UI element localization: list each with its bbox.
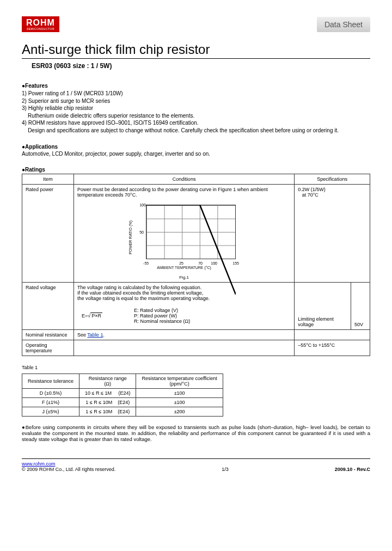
x-tick: 25 — [179, 261, 183, 265]
footer-url[interactable]: www.rohm.com — [22, 461, 56, 467]
table1-header: Resistance temperature coefficient (ppm/… — [136, 374, 223, 389]
table1-link[interactable]: Table 1 — [87, 332, 103, 338]
feature-item: 3) Highly reliable chip resistor — [22, 105, 370, 112]
y-tick: 100 — [139, 203, 146, 207]
footer-copyright: © 2009 ROHM Co., Ltd. All rights reserve… — [22, 467, 115, 472]
chart-line — [146, 205, 236, 295]
cell: 10 ≤ R ≤ 1M (E24) — [79, 389, 136, 398]
x-tick: 70 — [198, 261, 203, 265]
features-list: 1) Power rating of 1 / 5W (MCR03 1/10W) … — [22, 90, 370, 134]
ratings-table: Item Conditions Specifications Rated pow… — [22, 174, 370, 356]
page-title: Anti-surge thick film chip resistor — [22, 42, 370, 57]
warning-text: Before using components in circuits wher… — [22, 424, 370, 442]
warning-body: Before using components in circuits wher… — [22, 424, 370, 442]
x-tick: -55 — [143, 261, 149, 265]
cell-spec-label: Limiting element voltage — [295, 283, 351, 330]
logo: ROHM SEMICONDUCTOR — [22, 16, 59, 32]
cell: ±100 — [136, 389, 223, 398]
ratings-heading-text: Ratings — [25, 167, 45, 173]
y-tick: 50 — [139, 230, 144, 234]
chart-xlabel: AMBIENT TEMPERATURE (°C) — [130, 266, 238, 270]
features-heading-text: Features — [25, 83, 48, 89]
derating-text: Power must be derated according to the p… — [77, 187, 291, 198]
legend-item: E: Rated voltage (V) — [134, 308, 190, 313]
header: ROHM SEMICONDUCTOR Data Sheet — [22, 16, 370, 32]
cell-spec — [295, 330, 370, 340]
table1: Resistance tolerance Resistance range (Ω… — [22, 374, 223, 417]
table-row: Operating temperature –55°C to +155°C — [22, 340, 370, 356]
cell: D (±0.5%) — [22, 389, 79, 398]
applications-heading-text: Applications — [25, 144, 58, 150]
table1-caption: Table 1 — [22, 365, 370, 370]
table-row: F (±1%) 1 ≤ R ≤ 10M (E24) ±100 — [22, 398, 223, 407]
table1-header: Resistance tolerance — [22, 374, 79, 389]
feature-item: Ruthenium oxide dielectric offers superi… — [22, 112, 370, 120]
cell-item: Rated voltage — [22, 283, 74, 330]
table1-header: Resistance range (Ω) — [79, 374, 136, 389]
cell-conditions: Power must be derated according to the p… — [74, 185, 295, 283]
ratings-col-cond: Conditions — [74, 174, 295, 185]
footer: www.rohm.com © 2009 ROHM Co., Ltd. All r… — [22, 458, 370, 472]
x-tick: 155 — [232, 261, 239, 265]
cell-conditions — [74, 340, 295, 356]
subtitle: ESR03 (0603 size : 1 / 5W) — [32, 62, 370, 70]
equation-block: E=√P×R E: Rated voltage (V) P: Rated pow… — [77, 304, 291, 327]
cell-spec: 0.2W (1/5W) at 70°C — [295, 185, 370, 283]
cell-item: Rated power — [22, 185, 74, 283]
chart-ylabel: POWER RATIO (%) — [128, 221, 132, 254]
footer-page: 1/3 — [222, 467, 229, 472]
equation: E=√P×R — [82, 313, 102, 319]
table-row: Rated power Power must be derated accord… — [22, 185, 370, 283]
ratings-col-spec: Specifications — [295, 174, 370, 185]
applications-text: Automotive, LCD Monitor, projector, powe… — [22, 151, 370, 157]
cell: 1 ≤ R ≤ 10M (E24) — [79, 407, 136, 417]
feature-item: 1) Power rating of 1 / 5W (MCR03 1/10W) — [22, 90, 370, 97]
logo-text: ROHM — [26, 19, 55, 27]
legend-item: P: Rated power (W) — [134, 313, 190, 319]
cell-item: Nominal resistance — [22, 330, 74, 340]
table-row: D (±0.5%) 10 ≤ R ≤ 1M (E24) ±100 — [22, 389, 223, 398]
cell: ±200 — [136, 407, 223, 417]
cell-conditions: See Table 1. — [74, 330, 295, 340]
x-tick: 100 — [211, 261, 217, 265]
table-row: J (±5%) 1 ≤ R ≤ 10M (E24) ±200 — [22, 407, 223, 417]
footer-rev: 2009.10 - Rev.C — [335, 467, 370, 472]
table-row: Nominal resistance See Table 1. — [22, 330, 370, 340]
cell: F (±1%) — [22, 398, 79, 407]
ratings-col-item: Item — [22, 174, 74, 185]
feature-item: Design and specifications are subject to… — [22, 127, 370, 134]
legend-item: R: Nominal resistance (Ω) — [134, 319, 190, 324]
cell: 1 ≤ R ≤ 10M (E24) — [79, 398, 136, 407]
cell-spec-val: 50V — [351, 283, 370, 330]
cell: ±100 — [136, 398, 223, 407]
features-heading: Features — [22, 83, 370, 89]
applications-heading: Applications — [22, 144, 370, 150]
cell-spec: –55°C to +155°C — [295, 340, 370, 356]
logo-subtext: SEMICONDUCTOR — [26, 27, 55, 31]
title-rule — [22, 58, 370, 59]
ratings-heading: Ratings — [22, 167, 370, 173]
feature-item: 4) ROHM resistors have approved ISO–9001… — [22, 119, 370, 127]
derating-chart: POWER RATIO (%) 100 50 -55 25 70 100 155… — [130, 202, 238, 273]
doc-type-label: Data Sheet — [317, 17, 370, 32]
cell-item: Operating temperature — [22, 340, 74, 356]
cell: J (±5%) — [22, 407, 79, 417]
feature-item: 2) Superior anti surge to MCR series — [22, 97, 370, 105]
voltage-text: the voltage rating is equal to the maxim… — [77, 296, 291, 301]
footer-left: www.rohm.com © 2009 ROHM Co., Ltd. All r… — [22, 461, 115, 472]
